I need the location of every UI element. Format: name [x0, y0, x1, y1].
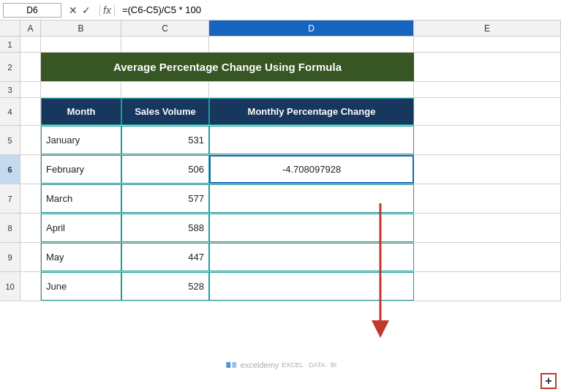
- cell-b3[interactable]: [41, 82, 121, 97]
- row-9: 9 May 447: [0, 243, 561, 272]
- row-num-5: 5: [0, 126, 20, 154]
- cell-a2[interactable]: [20, 53, 41, 81]
- exceldemy-logo-icon: [225, 358, 238, 372]
- row-2: 2 Average Percentage Change Using Formul…: [0, 53, 561, 82]
- cell-c6-506[interactable]: 506: [121, 155, 209, 184]
- cell-c9-447[interactable]: 447: [121, 243, 209, 271]
- cell-b1[interactable]: [41, 37, 121, 52]
- row-num-10: 10: [0, 272, 20, 301]
- formula-bar: D6 ✕ ✓ fx: [0, 0, 561, 20]
- cell-c10-528[interactable]: 528: [121, 272, 209, 301]
- confirm-icon[interactable]: ✓: [82, 4, 91, 16]
- cell-b9-may[interactable]: May: [41, 243, 121, 271]
- cell-c8-588[interactable]: 588: [121, 214, 209, 242]
- column-headers: A B C D E: [0, 20, 561, 37]
- cell-a7[interactable]: [20, 184, 41, 213]
- row-num-6: 6: [0, 155, 20, 184]
- cell-d3[interactable]: [209, 82, 414, 97]
- cell-e2[interactable]: [414, 53, 561, 81]
- cell-a4[interactable]: [20, 98, 41, 125]
- row-1: 1: [0, 37, 561, 53]
- col-header-d[interactable]: D: [209, 20, 414, 36]
- row-num-1: 1: [0, 37, 20, 52]
- cell-a10[interactable]: [20, 272, 41, 301]
- cell-e10[interactable]: [414, 272, 561, 301]
- cell-a5[interactable]: [20, 126, 41, 154]
- row-num-4: 4: [0, 98, 20, 125]
- cell-c3[interactable]: [121, 82, 209, 97]
- cell-d8[interactable]: [209, 214, 414, 242]
- cell-d5[interactable]: [209, 126, 414, 154]
- row-3: 3: [0, 82, 561, 98]
- cell-b10-june[interactable]: June: [41, 272, 121, 301]
- header-change: Monthly Percentage Change: [209, 98, 414, 125]
- cell-b7-march[interactable]: March: [41, 184, 121, 213]
- cell-b6-february[interactable]: February: [41, 155, 121, 184]
- row-num-7: 7: [0, 184, 20, 213]
- row-5: 5 January 531: [0, 126, 561, 155]
- cell-c5-531[interactable]: 531: [121, 126, 209, 154]
- add-sheet-button[interactable]: +: [541, 373, 557, 389]
- cell-a9[interactable]: [20, 243, 41, 271]
- header-month: Month: [41, 98, 121, 125]
- cell-e9[interactable]: [414, 243, 561, 271]
- col-header-e[interactable]: E: [414, 20, 561, 36]
- cell-d6-value[interactable]: -4.708097928: [209, 155, 414, 184]
- cancel-icon[interactable]: ✕: [69, 4, 78, 16]
- row-10: 10 June 528: [0, 272, 561, 301]
- col-header-b[interactable]: B: [41, 20, 121, 36]
- cell-e5[interactable]: [414, 126, 561, 154]
- watermark: exceldemy EXCEL · DATA · BI: [225, 358, 336, 372]
- cell-e3[interactable]: [414, 82, 561, 97]
- cell-c1[interactable]: [121, 37, 209, 52]
- cell-a6[interactable]: [20, 155, 41, 184]
- cell-d1[interactable]: [209, 37, 414, 52]
- row-8: 8 April 588: [0, 214, 561, 243]
- formula-icons: ✕ ✓: [64, 4, 95, 16]
- cell-b8-april[interactable]: April: [41, 214, 121, 242]
- cell-e6[interactable]: [414, 155, 561, 184]
- col-header-c[interactable]: C: [121, 20, 209, 36]
- cell-a8[interactable]: [20, 214, 41, 242]
- row-7: 7 March 577: [0, 184, 561, 214]
- cell-a3[interactable]: [20, 82, 41, 97]
- formula-input[interactable]: [119, 3, 558, 17]
- watermark-subtitle: EXCEL · DATA · BI: [282, 361, 336, 369]
- cell-e8[interactable]: [414, 214, 561, 242]
- row-6: 6 February 506 -4.708097928: [0, 155, 561, 184]
- svg-rect-1: [226, 362, 230, 368]
- cell-d9[interactable]: [209, 243, 414, 271]
- col-header-a[interactable]: A: [20, 20, 41, 36]
- cell-b5-january[interactable]: January: [41, 126, 121, 154]
- cell-c7-577[interactable]: 577: [121, 184, 209, 213]
- row-num-9: 9: [0, 243, 20, 271]
- header-sales: Sales Volume: [121, 98, 209, 125]
- svg-rect-2: [232, 362, 236, 368]
- corner-spacer: [0, 20, 20, 36]
- cell-e4[interactable]: [414, 98, 561, 125]
- spreadsheet: A B C D E 1 2 Average Percentage Change …: [0, 20, 561, 301]
- cell-d10[interactable]: [209, 272, 414, 301]
- title-cell: Average Percentage Change Using Formula: [41, 53, 414, 81]
- cell-e7[interactable]: [414, 184, 561, 213]
- cell-a1[interactable]: [20, 37, 41, 52]
- cell-d7[interactable]: [209, 184, 414, 213]
- fx-label: fx: [99, 4, 115, 16]
- row-num-3: 3: [0, 82, 20, 97]
- row-4: 4 Month Sales Volume Monthly Percentage …: [0, 98, 561, 126]
- watermark-text: exceldemy: [241, 361, 279, 369]
- row-num-8: 8: [0, 214, 20, 242]
- name-box[interactable]: D6: [3, 3, 61, 18]
- cell-e1[interactable]: [414, 37, 561, 52]
- row-num-2: 2: [0, 53, 20, 81]
